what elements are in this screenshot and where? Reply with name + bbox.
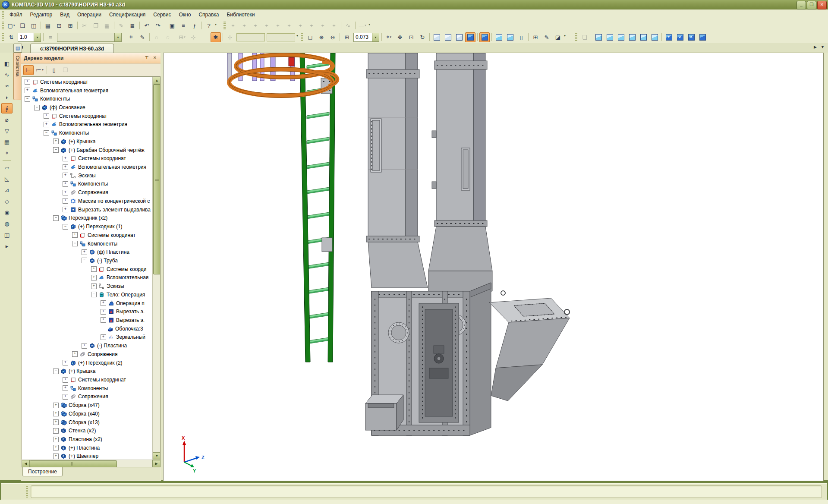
expand-button[interactable]: + (63, 377, 68, 383)
menu-5[interactable]: Спецификация (105, 10, 149, 19)
wireframe-display-button[interactable] (431, 32, 442, 42)
collapse-button[interactable]: − (34, 105, 40, 110)
spatial-curves-button[interactable]: ∿ (1, 69, 13, 80)
collapse-button[interactable]: − (72, 241, 78, 246)
menu-2[interactable]: Редактор (26, 10, 57, 19)
minimize-button[interactable]: _ (797, 1, 806, 9)
tree-item-label[interactable]: Эскизы (107, 283, 124, 289)
print-button[interactable]: ▤ (43, 21, 53, 31)
geometry-calculator-button[interactable]: ⌗ (126, 32, 136, 42)
pan-button[interactable]: ✥ (395, 32, 405, 42)
tree-item-label[interactable]: Стенка (x2) (69, 428, 96, 434)
tree-item-label[interactable]: (+) Крышка (69, 139, 95, 145)
isometry-xyz-button[interactable]: Y (664, 32, 674, 42)
save-document-button[interactable]: ◫ (28, 21, 39, 31)
document-tab[interactable]: c:\8790\НОРИЯ НЗ-60.a3d (30, 44, 114, 53)
transfer-point-tool-button[interactable]: + (329, 21, 339, 31)
collapse-button[interactable]: − (53, 215, 59, 221)
tree-item[interactable]: +Вырезать э. (22, 316, 153, 324)
specification-editor-button[interactable]: ≣ (127, 21, 138, 31)
spatial-curve-tool-button[interactable]: ∿ (343, 21, 353, 31)
toolbar-grip[interactable] (2, 22, 4, 29)
erase-all-auxiliary-button[interactable]: ◌ (163, 32, 173, 42)
tree-item[interactable]: +Системы координат (22, 112, 153, 120)
document-properties-button[interactable]: ✎ (137, 32, 148, 42)
tree-item[interactable]: −(+) Переходник (1) (22, 222, 153, 231)
tree-composition-button[interactable]: ≔▾ (35, 65, 45, 75)
tree-item[interactable]: +Системы координат (22, 375, 153, 384)
expand-button[interactable]: + (63, 394, 68, 400)
step-combo-dropdown-icon[interactable]: ▼ (34, 33, 41, 41)
view-back-button[interactable] (604, 32, 615, 42)
property-bar-field[interactable] (31, 485, 822, 498)
expand-button[interactable]: + (53, 139, 59, 144)
expand-button[interactable]: + (53, 445, 59, 450)
tree-item[interactable]: −Компоненты (22, 94, 153, 103)
tree-item-label[interactable]: Вырезать э. (116, 317, 145, 323)
menu-grip[interactable] (2, 11, 4, 19)
tree-item-label[interactable]: Сопряжения (78, 189, 108, 195)
report-button[interactable]: ❐ (60, 65, 70, 75)
relations-button[interactable]: ▯ (49, 65, 59, 75)
grid-dropdown-icon[interactable]: ▾ (184, 35, 186, 39)
variables-button[interactable]: ≡ (178, 21, 189, 31)
tree-item-label[interactable]: Вырезать элемент выдавлива (78, 207, 151, 213)
tree-item-label[interactable]: (+) Крышка (69, 368, 95, 374)
view-bottom-button[interactable] (627, 32, 637, 42)
section-view-button[interactable]: ◪ (553, 32, 563, 42)
collapse-button[interactable]: − (25, 96, 30, 102)
line-style-button[interactable]: —▾ (357, 21, 368, 31)
point-tool-button[interactable]: + (228, 21, 238, 31)
through-plane-button[interactable]: ⊿ (1, 185, 13, 195)
step-combo[interactable]: 1.0▼ (18, 33, 41, 42)
tree-item-label[interactable]: Системы координат (40, 79, 88, 85)
layers-button[interactable]: ≡ (45, 32, 56, 42)
copy-properties-button[interactable]: ✎ (116, 21, 126, 31)
restore-button[interactable]: ❐ (807, 1, 816, 9)
zoom-in-button[interactable]: ⊕ (316, 32, 327, 42)
toolbar-overflow-button[interactable]: ▾ (564, 34, 566, 38)
tab-list-button[interactable]: ▼ (821, 45, 825, 49)
circle-points-tool-button[interactable]: + (261, 21, 272, 31)
tree-item[interactable]: +(+) Переходник (2) (22, 359, 153, 367)
tree-item[interactable]: +(-) Пластина (22, 341, 153, 350)
grid-button[interactable]: ⊞▾ (177, 32, 187, 42)
scroll-up-button[interactable]: ▲ (153, 77, 161, 85)
toolbar-grip[interactable] (301, 33, 303, 41)
tab-scroll-right-button[interactable]: ▶ (814, 45, 817, 49)
menu-4[interactable]: Операции (73, 10, 105, 19)
expand-button[interactable]: + (25, 79, 30, 85)
expand-button[interactable]: + (82, 249, 87, 255)
tree-item[interactable]: +Системы координат (22, 154, 153, 163)
tree-item[interactable]: −Тело: Операция (22, 290, 153, 299)
tree-item[interactable]: +Сборка (x13) (22, 418, 153, 427)
coordinates-yx-button[interactable]: ⊹ (225, 32, 235, 42)
round-element-button[interactable]: ◍ (1, 218, 13, 229)
dimetry-button[interactable] (697, 32, 708, 42)
view-left-button[interactable] (638, 32, 649, 42)
expand-button[interactable]: + (53, 454, 59, 459)
expand-button[interactable]: + (63, 385, 68, 391)
offset-plane-button[interactable]: ▱ (1, 162, 13, 173)
tree-item[interactable]: −(ф) Основание (22, 103, 153, 112)
tree-item-label[interactable]: (ф) Пластина (97, 249, 129, 255)
tree-item-label[interactable]: Сопряжения (88, 351, 117, 357)
model-viewport[interactable]: X Z Y (163, 53, 824, 481)
tree-item-label[interactable]: Компоненты (78, 385, 108, 391)
collapse-button[interactable]: − (91, 292, 97, 297)
tree-item-label[interactable]: Эскизы (78, 173, 96, 179)
tree-item[interactable]: +Пластина (x2) (22, 435, 153, 444)
shaded-display-button[interactable] (465, 32, 475, 42)
tree-item-label[interactable]: (+) Швеллер (69, 453, 98, 459)
edit-component-button[interactable]: ◧ (1, 58, 13, 69)
tree-item[interactable]: +Сопряжения (22, 188, 153, 197)
rebuild-window-button[interactable]: ⊞ (530, 32, 541, 42)
tree-item-label[interactable]: Сборка (x13) (69, 419, 100, 425)
tree-item-label[interactable]: Тело: Операция (107, 292, 145, 298)
expand-button[interactable]: + (53, 419, 59, 425)
scroll-down-button[interactable]: ▼ (153, 452, 161, 460)
rotate-frame-button[interactable]: ⊡ (406, 32, 416, 42)
tree-item[interactable]: +Стенка (x2) (22, 426, 153, 435)
tree-item-label[interactable]: Системы координат (88, 232, 135, 238)
tree-item[interactable]: +Вспомогательная геометрия (22, 86, 153, 95)
